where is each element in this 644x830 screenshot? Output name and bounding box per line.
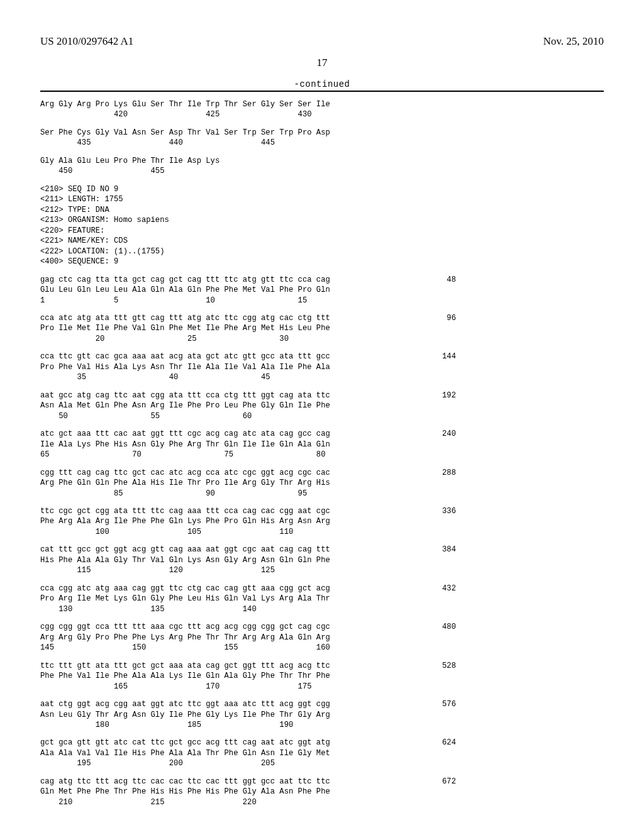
- codon-row: cgg cgg ggt cca ttt ttt aaa cgc ttt acg …: [40, 622, 604, 653]
- codon-row: aat ctg ggt acg cgg aat ggt atc ttc ggt …: [40, 699, 604, 730]
- protein-row: Arg Gly Arg Pro Lys Glu Ser Thr Ile Trp …: [40, 99, 604, 120]
- codon-row: atc gct aaa ttt cac aat ggt ttt cgc acg …: [40, 429, 604, 460]
- sequence-listing: Arg Gly Arg Pro Lys Glu Ser Thr Ile Trp …: [40, 99, 604, 807]
- codon-row: cca cgg atc atg aaa cag ggt ttc ctg cac …: [40, 584, 604, 614]
- protein-tail-block: Arg Gly Arg Pro Lys Glu Ser Thr Ile Trp …: [40, 99, 604, 177]
- codon-row: cat ttt gcc gct ggt acg gtt cag aaa aat …: [40, 545, 604, 575]
- codon-row: gag ctc cag tta tta gct cag gct cag ttt …: [40, 275, 604, 306]
- publication-date: Nov. 25, 2010: [543, 35, 604, 48]
- sequence-tag: <400> SEQUENCE: 9: [40, 257, 604, 267]
- codon-rows: gag ctc cag tta tta gct cag gct cag ttt …: [40, 275, 604, 808]
- codon-row: cgg ttt cag cag ttc gct cac atc acg cca …: [40, 468, 604, 499]
- protein-row: Gly Ala Glu Leu Pro Phe Thr Ile Asp Lys …: [40, 156, 604, 177]
- codon-row: ttc cgc gct cgg ata ttt ttc cag aaa ttt …: [40, 506, 604, 537]
- page: US 2010/0297642 A1 Nov. 25, 2010 17 -con…: [0, 0, 644, 830]
- sequence-header-block: <210> SEQ ID NO 9 <211> LENGTH: 1755 <21…: [40, 184, 604, 257]
- page-number: 17: [40, 57, 604, 69]
- publication-number: US 2010/0297642 A1: [40, 35, 133, 48]
- codon-row: cca ttc gtt cac gca aaa aat acg ata gct …: [40, 351, 604, 382]
- codon-row: cca atc atg ata ttt gtt cag ttt atg atc …: [40, 313, 604, 344]
- codon-row: ttc ttt gtt ata ttt gct gct aaa ata cag …: [40, 661, 604, 692]
- page-header: US 2010/0297642 A1 Nov. 25, 2010: [40, 35, 604, 48]
- continued-label: -continued: [40, 79, 604, 89]
- codon-row: aat gcc atg cag ttc aat cgg ata ttt cca …: [40, 390, 604, 421]
- protein-row: Ser Phe Cys Gly Val Asn Ser Asp Thr Val …: [40, 128, 604, 148]
- codon-row: gct gca gtt gtt atc cat ttc gct gcc acg …: [40, 738, 604, 768]
- sequence-header-lines: <210> SEQ ID NO 9 <211> LENGTH: 1755 <21…: [40, 184, 604, 257]
- divider-top: [40, 91, 604, 92]
- codon-row: cag atg ttc ttt acg ttc cac cac ttc cac …: [40, 777, 604, 807]
